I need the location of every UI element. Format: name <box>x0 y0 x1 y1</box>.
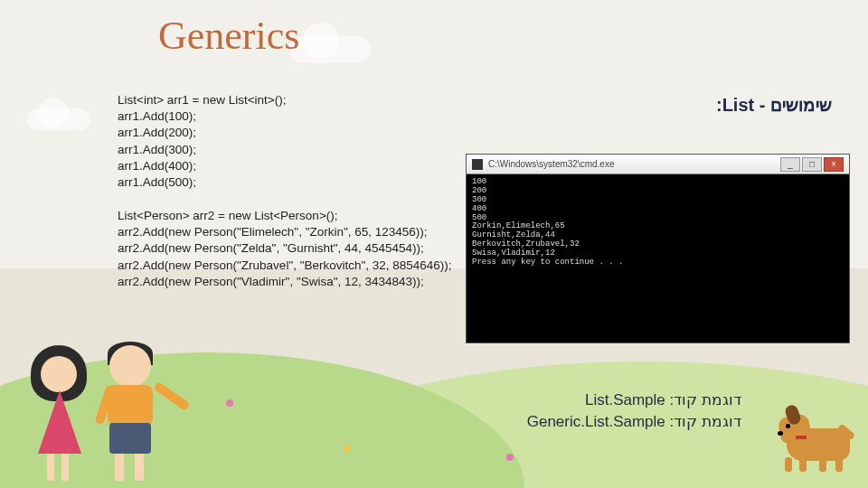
dog-illustration <box>758 390 857 472</box>
console-icon <box>472 159 483 170</box>
slide: Generics List<int> arr1 = new List<int>(… <box>0 0 868 488</box>
flower-decoration <box>344 445 351 452</box>
kids-illustration <box>27 309 172 481</box>
console-title: C:\Windows\system32\cmd.exe <box>488 159 615 169</box>
girl-character <box>27 345 90 481</box>
maximize-button[interactable]: □ <box>802 157 822 172</box>
sample-line-2: דוגמת קוד: Generic.List.Sample <box>527 411 741 434</box>
flower-decoration <box>226 399 233 407</box>
code-block-person-list: List<Person> arr2 = new List<Person>(); … <box>118 208 452 290</box>
code-block-int-list: List<int> arr1 = new List<int>(); arr1.A… <box>118 92 286 191</box>
console-titlebar: C:\Windows\system32\cmd.exe _ □ × <box>467 155 849 174</box>
sample-links: דוגמת קוד: List.Sample דוגמת קוד: Generi… <box>527 389 741 434</box>
console-output: 100 200 300 400 500 Zorkin,Elimelech,65 … <box>467 174 849 271</box>
console-window: C:\Windows\system32\cmd.exe _ □ × 100 20… <box>466 154 850 343</box>
flower-decoration <box>506 454 514 461</box>
cloud-decoration <box>27 108 90 130</box>
sample-2-name: Generic.List.Sample <box>527 413 665 430</box>
close-button[interactable]: × <box>824 157 844 172</box>
minimize-button[interactable]: _ <box>780 157 800 172</box>
cloud-decoration <box>289 36 371 63</box>
sample-line-1: דוגמת קוד: List.Sample <box>527 389 741 412</box>
slide-title: Generics <box>158 13 299 59</box>
sample-1-name: List.Sample <box>585 391 665 408</box>
boy-character <box>95 336 167 481</box>
sample-1-label-he: דוגמת קוד: <box>670 391 741 408</box>
sample-2-label-he: דוגמת קוד: <box>670 413 741 430</box>
usages-heading: שימושים - List: <box>716 94 832 116</box>
